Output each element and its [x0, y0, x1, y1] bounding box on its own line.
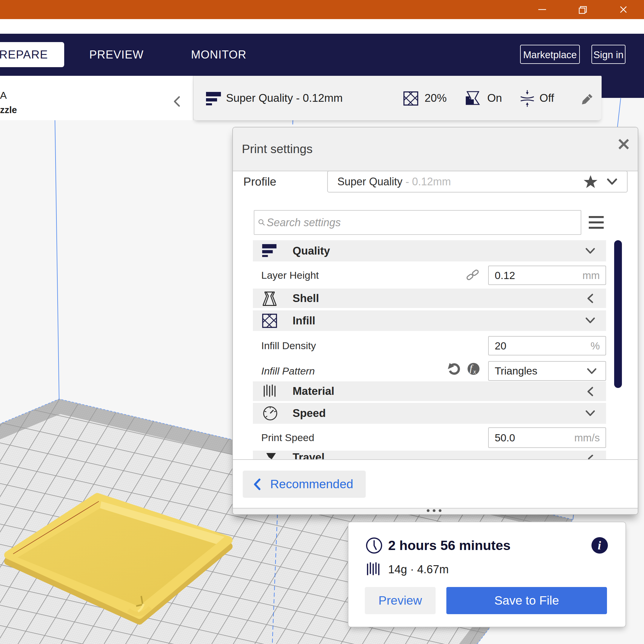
svg-text:x: x: [473, 368, 476, 375]
svg-text:i: i: [598, 539, 601, 552]
